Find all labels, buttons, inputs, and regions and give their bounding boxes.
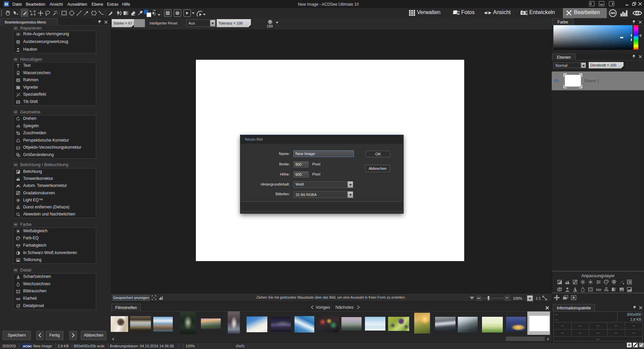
svg-text:365: 365 bbox=[610, 11, 615, 15]
